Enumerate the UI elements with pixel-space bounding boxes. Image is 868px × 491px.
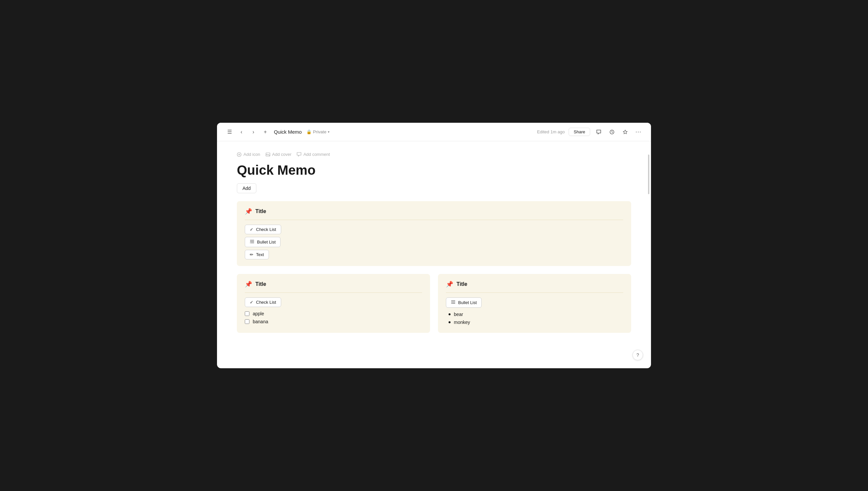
add-cover-icon xyxy=(266,152,270,157)
favorite-button[interactable] xyxy=(621,127,630,137)
card-3-header: 📌 Title xyxy=(446,281,623,293)
page-actions: Add icon Add cover Add comment xyxy=(237,152,631,157)
share-button[interactable]: Share xyxy=(569,128,590,136)
check-icon: ✓ xyxy=(250,227,253,232)
add-comment-icon xyxy=(297,152,301,157)
cards-row: 📌 Title ✓ Check List apple xyxy=(237,274,631,333)
card-2-header: 📌 Title xyxy=(245,281,422,293)
card-1-title[interactable]: Title xyxy=(256,208,266,214)
add-comment-button[interactable]: Add comment xyxy=(297,152,330,157)
bullet-list-icon xyxy=(250,239,255,245)
cards-container: 📌 Title ✓ Check List xyxy=(237,201,631,333)
bullet-header-icon xyxy=(451,300,455,306)
comment-icon xyxy=(596,129,601,135)
help-button[interactable]: ? xyxy=(632,350,643,360)
privacy-badge[interactable]: 🔒 Private ▾ xyxy=(304,129,331,135)
comment-button[interactable] xyxy=(594,127,603,137)
pin-icon-2: 📌 xyxy=(245,281,252,288)
toolbar: ☰ ‹ › + Quick Memo 🔒 Private ▾ Edited 1m… xyxy=(217,123,651,141)
chevron-down-icon: ▾ xyxy=(328,130,329,134)
checklist-item-1-text: apple xyxy=(253,311,264,316)
bullet-header-btn[interactable]: Bullet List xyxy=(446,297,482,308)
lock-icon: 🔒 xyxy=(306,129,311,134)
card-1: 📌 Title ✓ Check List xyxy=(237,201,631,266)
checklist-section: ✓ Check List apple banana xyxy=(245,297,422,325)
checklist-header-label: Check List xyxy=(256,300,276,305)
star-icon xyxy=(623,129,628,135)
add-button[interactable]: Add xyxy=(237,183,257,193)
checklist-checkbox-1[interactable] xyxy=(245,311,249,316)
more-button[interactable]: ··· xyxy=(634,127,643,137)
add-page-button[interactable]: + xyxy=(261,127,270,137)
breadcrumb-title: Quick Memo xyxy=(274,129,302,135)
pin-icon-3: 📌 xyxy=(446,281,453,288)
bullet-header-label: Bullet List xyxy=(458,300,477,305)
card-1-header: 📌 Title xyxy=(245,208,623,220)
add-cover-label: Add cover xyxy=(272,152,292,157)
bullet-list-label: Bullet List xyxy=(257,239,275,244)
toolbar-right: Edited 1m ago Share ··· xyxy=(537,127,643,137)
bullet-item-2-text: monkey xyxy=(454,320,470,325)
card-2-title[interactable]: Title xyxy=(256,281,266,287)
bullet-list-type-button[interactable]: Bullet List xyxy=(245,237,280,247)
bullet-section: Bullet List bear monkey xyxy=(446,297,623,326)
edited-timestamp: Edited 1m ago xyxy=(537,129,565,134)
text-type-button[interactable]: ✏ Text xyxy=(245,250,269,259)
add-icon-button[interactable]: Add icon xyxy=(237,152,260,157)
checklist-item-2: banana xyxy=(245,318,422,325)
bullet-dot-2 xyxy=(449,321,451,323)
text-label: Text xyxy=(256,252,264,257)
history-button[interactable] xyxy=(607,127,617,137)
text-icon: ✏ xyxy=(250,252,253,257)
check-header-icon: ✓ xyxy=(250,300,253,305)
checklist-type-button[interactable]: ✓ Check List xyxy=(245,225,281,234)
bullet-item-1: bear xyxy=(446,310,623,318)
app-window: ☰ ‹ › + Quick Memo 🔒 Private ▾ Edited 1m… xyxy=(217,123,651,368)
checklist-checkbox-2[interactable] xyxy=(245,319,249,324)
forward-button[interactable]: › xyxy=(249,127,258,137)
bullet-item-1-text: bear xyxy=(454,312,463,317)
pin-icon: 📌 xyxy=(245,208,252,215)
card-3: 📌 Title xyxy=(438,274,631,333)
checklist-label: Check List xyxy=(256,227,276,232)
card-3-title[interactable]: Title xyxy=(456,281,468,287)
add-cover-button[interactable]: Add cover xyxy=(266,152,292,157)
menu-button[interactable]: ☰ xyxy=(225,127,234,137)
card-1-buttons: ✓ Check List Bullet List xyxy=(245,225,623,259)
toolbar-left: ☰ ‹ › + Quick Memo 🔒 Private ▾ xyxy=(225,127,537,137)
bullet-dot-1 xyxy=(449,313,451,315)
back-button[interactable]: ‹ xyxy=(237,127,246,137)
checklist-item-2-text: banana xyxy=(253,319,268,324)
add-icon-icon xyxy=(237,152,241,157)
add-comment-label: Add comment xyxy=(303,152,330,157)
bullet-item-2: monkey xyxy=(446,318,623,326)
checklist-item-1: apple xyxy=(245,310,422,318)
page-content: Add icon Add cover Add comment Quick Mem… xyxy=(217,141,651,368)
card-2: 📌 Title ✓ Check List apple xyxy=(237,274,430,333)
checklist-header-btn[interactable]: ✓ Check List xyxy=(245,297,281,307)
history-icon xyxy=(609,129,615,135)
privacy-label: Private xyxy=(313,129,326,134)
page-title[interactable]: Quick Memo xyxy=(237,162,631,178)
add-icon-label: Add icon xyxy=(243,152,260,157)
